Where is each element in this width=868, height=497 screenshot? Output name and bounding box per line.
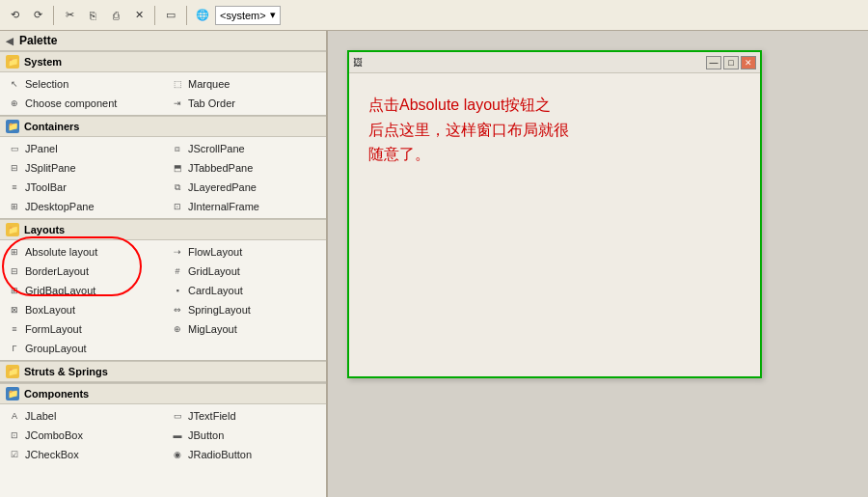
components-cat-label: Components: [24, 388, 89, 400]
toolbar-btn-copy[interactable]: ⎘: [82, 5, 103, 26]
toolbar-btn-delete[interactable]: ✕: [128, 5, 149, 26]
borderlayout-icon: ⊟: [8, 264, 21, 278]
toolbar-btn-2[interactable]: ⟳: [27, 5, 48, 26]
category-struts[interactable]: 📁 Struts & Springs: [0, 361, 326, 382]
system-cat-label: System: [24, 56, 62, 68]
jradiobutton-icon: ◉: [171, 448, 184, 461]
toolbar-separator-3: [186, 6, 187, 25]
components-cat-icon: 📁: [6, 387, 19, 400]
window-content: 点击Absolute layout按钮之 后点这里，这样窗口布局就很 随意了。: [349, 73, 760, 186]
restore-icon: □: [728, 58, 733, 68]
jsplitpane-icon: ⊟: [8, 161, 21, 175]
system-items: ↖ Selection ⬚ Marquee ⊕ Choose component…: [0, 72, 326, 115]
containers-cat-label: Containers: [24, 121, 79, 132]
palette-item-absolute-layout[interactable]: ⊞ Absolute layout: [0, 242, 163, 262]
miglayout-icon: ⊕: [171, 322, 184, 336]
components-items: A JLabel ▭ JTextField ⊡ JComboBox ▬ JBut…: [0, 404, 326, 466]
absolute-layout-label: Absolute layout: [25, 246, 97, 258]
jcheckbox-icon: ☑: [8, 448, 21, 461]
palette-item-jbutton[interactable]: ▬ JButton: [163, 426, 326, 445]
palette-item-jscrollpane[interactable]: ⧈ JScrollPane: [163, 139, 326, 158]
palette-item-jtabbedpane[interactable]: ⬒ JTabbedPane: [163, 158, 326, 178]
window-close-btn[interactable]: ✕: [741, 56, 756, 69]
category-containers[interactable]: 📁 Containers: [0, 116, 326, 137]
toolbar-btn-cut[interactable]: ✂: [59, 5, 80, 26]
palette-item-jradiobutton[interactable]: ◉ JRadioButton: [163, 445, 326, 464]
toolbar-btn-web[interactable]: 🌐: [192, 5, 213, 26]
selection-label: Selection: [25, 78, 68, 90]
formlayout-label: FormLayout: [25, 323, 82, 335]
palette-item-gridlayout[interactable]: # GridLayout: [163, 262, 326, 281]
jtextfield-label: JTextField: [188, 410, 236, 422]
borderlayout-label: BorderLayout: [25, 265, 89, 277]
minimize-icon: —: [710, 58, 719, 68]
jinternalframe-label: JInternalFrame: [188, 201, 259, 212]
dropdown-arrow-icon: ▾: [270, 9, 276, 21]
palette-item-marquee[interactable]: ⬚ Marquee: [163, 74, 326, 94]
toolbar-btn-paste[interactable]: ⎙: [105, 5, 126, 26]
jtabbedpane-label: JTabbedPane: [188, 162, 253, 174]
palette-item-borderlayout[interactable]: ⊟ BorderLayout: [0, 262, 163, 281]
boxlayout-label: BoxLayout: [25, 304, 75, 316]
jpanel-icon: ▭: [8, 142, 21, 155]
palette-item-formlayout[interactable]: ≡ FormLayout: [0, 319, 163, 339]
palette-item-jinternalframe[interactable]: ⊡ JInternalFrame: [163, 197, 326, 216]
palette-item-tab-order[interactable]: ⇥ Tab Order: [163, 94, 326, 113]
palette-item-cardlayout[interactable]: ▪ CardLayout: [163, 281, 326, 300]
palette-item-jcheckbox[interactable]: ☑ JCheckBox: [0, 445, 163, 464]
jcheckbox-label: JCheckBox: [25, 449, 79, 460]
layouts-cat-icon: 📁: [6, 223, 19, 236]
jdesktoppane-label: JDesktopPane: [25, 201, 95, 212]
palette-item-jtextfield[interactable]: ▭ JTextField: [163, 406, 326, 426]
gridlayout-icon: #: [171, 264, 184, 278]
absolute-layout-icon: ⊞: [8, 245, 21, 259]
selection-icon: ↖: [8, 77, 21, 91]
toolbar-btn-5[interactable]: ▭: [160, 5, 181, 26]
palette-item-jlabel[interactable]: A JLabel: [0, 406, 163, 426]
category-layouts[interactable]: 📁 Layouts: [0, 219, 326, 240]
struts-cat-label: Struts & Springs: [24, 366, 108, 377]
palette-item-boxlayout[interactable]: ⊠ BoxLayout: [0, 300, 163, 319]
containers-cat-icon: 📁: [6, 120, 19, 133]
window-minimize-btn[interactable]: —: [706, 56, 721, 69]
palette-header: ◀ Palette: [0, 31, 326, 51]
category-components[interactable]: 📁 Components: [0, 383, 326, 404]
palette-item-choose[interactable]: ⊕ Choose component: [0, 94, 163, 113]
marquee-icon: ⬚: [171, 77, 184, 91]
palette-item-selection[interactable]: ↖ Selection: [0, 74, 163, 94]
palette-item-jdesktoppane[interactable]: ⊞ JDesktopPane: [0, 197, 163, 216]
palette-item-jcombobox[interactable]: ⊡ JComboBox: [0, 426, 163, 445]
jbutton-icon: ▬: [171, 428, 184, 442]
window-controls: — □ ✕: [706, 56, 756, 69]
jbutton-label: JButton: [188, 429, 224, 441]
toolbar-btn-1[interactable]: ⟲: [4, 5, 25, 26]
window-chinese-text: 点击Absolute layout按钮之 后点这里，这样窗口布局就很 随意了。: [368, 93, 569, 167]
palette-collapse-btn[interactable]: ◀: [6, 36, 14, 46]
palette-panel: ◀ Palette 📁 System ↖ Selection ⬚ Marquee…: [0, 31, 328, 497]
jsplitpane-label: JSplitPane: [25, 162, 76, 174]
palette-item-miglayout[interactable]: ⊕ MigLayout: [163, 319, 326, 339]
palette-scroll[interactable]: 📁 System ↖ Selection ⬚ Marquee ⊕ Choose …: [0, 51, 326, 497]
cardlayout-label: CardLayout: [188, 285, 243, 296]
jlayeredpane-icon: ⧉: [171, 180, 184, 194]
marquee-label: Marquee: [188, 78, 230, 90]
palette-item-jpanel[interactable]: ▭ JPanel: [0, 139, 163, 158]
palette-item-jsplitpane[interactable]: ⊟ JSplitPane: [0, 158, 163, 178]
system-dropdown[interactable]: <system> ▾: [215, 6, 281, 25]
window-title-icon: 🖼: [353, 57, 363, 68]
system-cat-icon: 📁: [6, 55, 19, 69]
jpanel-label: JPanel: [25, 143, 58, 154]
palette-item-grouplayout[interactable]: Γ GroupLayout: [0, 339, 163, 358]
window-restore-btn[interactable]: □: [723, 56, 739, 69]
palette-item-jtoolbar[interactable]: ≡ JToolBar: [0, 178, 163, 197]
jscrollpane-label: JScrollPane: [188, 143, 245, 154]
choose-icon: ⊕: [8, 97, 21, 110]
layouts-cat-label: Layouts: [24, 224, 65, 235]
miglayout-label: MigLayout: [188, 323, 237, 335]
main-area: ◀ Palette 📁 System ↖ Selection ⬚ Marquee…: [0, 31, 868, 497]
palette-item-gridbaglayout[interactable]: ⊞ GridBagLayout: [0, 281, 163, 300]
palette-item-jlayeredpane[interactable]: ⧉ JLayeredPane: [163, 178, 326, 197]
palette-item-springlayout[interactable]: ⇔ SpringLayout: [163, 300, 326, 319]
category-system[interactable]: 📁 System: [0, 51, 326, 72]
palette-item-flowlayout[interactable]: ⇢ FlowLayout: [163, 242, 326, 262]
